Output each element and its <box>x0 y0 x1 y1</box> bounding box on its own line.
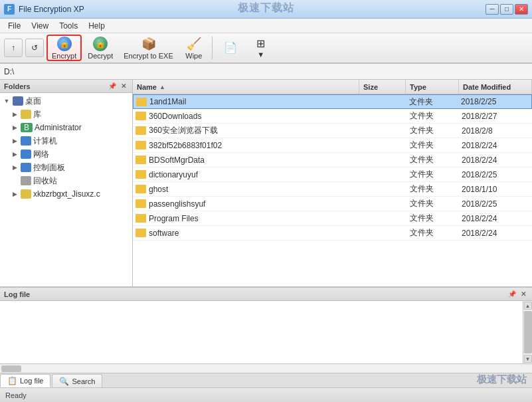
view-icon: 📄 <box>223 41 238 55</box>
address-text: D:\ <box>4 67 14 76</box>
log-scrollbar[interactable]: ▲ ▼ <box>523 301 532 363</box>
tree-item-library[interactable]: ▶ 库 <box>0 108 132 121</box>
folder-desktop-icon <box>13 96 23 106</box>
folder-library-icon <box>21 110 31 119</box>
encrypt-exe-glyph: 📦 <box>141 37 156 51</box>
decrypt-button[interactable]: 🔓 Decrypt <box>83 35 118 61</box>
folder-tree: ▼ 桌面 ▶ 库 ▶ B Administrator ▶ 计算机 ▶ <box>0 93 132 301</box>
file-name-cell: software <box>133 229 359 238</box>
file-row[interactable]: dictionaryuyuf 文件夹 2018/2/25 <box>133 167 532 182</box>
col-header-date[interactable]: Date Modified <box>459 80 532 94</box>
file-type-cell: 文件夹 <box>406 183 459 195</box>
expand-icon: ▶ <box>11 163 19 171</box>
file-name-cell: Program Files <box>133 214 359 223</box>
col-header-type[interactable]: Type <box>406 80 459 94</box>
encrypt-button[interactable]: 🔒 Encrypt <box>46 35 82 61</box>
folder-icon <box>135 185 146 193</box>
file-type-cell: 文件夹 <box>406 110 459 122</box>
col-header-name[interactable]: Name ▲ <box>133 80 359 94</box>
folder-icon <box>135 214 146 223</box>
file-date-cell: 2018/2/8 <box>459 126 532 136</box>
maximize-button[interactable]: □ <box>500 4 513 15</box>
menu-help[interactable]: Help <box>83 20 110 32</box>
file-name-text: Program Files <box>149 214 199 223</box>
file-row[interactable]: 1and1Mail 文件夹 2018/2/25 <box>133 94 532 109</box>
folder-icon <box>135 199 146 208</box>
log-close-button[interactable]: ✕ <box>519 290 528 299</box>
file-name-text: 382bf52b6883f01f02 <box>149 141 222 150</box>
encrypt-label: Encrypt <box>52 52 76 60</box>
grid-button[interactable]: ⊞ ▼ <box>246 35 276 61</box>
tree-item-desktop[interactable]: ▼ 桌面 <box>0 94 132 108</box>
tree-item-xkbz[interactable]: ▶ xkbzrbgxt_Jisuxz.c <box>0 187 132 201</box>
log-title: Log file <box>4 290 30 298</box>
wipe-button[interactable]: 🧹 Wipe <box>179 35 209 61</box>
scroll-down-arrow[interactable]: ▼ <box>524 355 532 363</box>
tree-item-admin[interactable]: ▶ B Administrator <box>0 121 132 134</box>
file-name-cell: 360Downloads <box>133 112 359 121</box>
expand-icon: ▶ <box>11 190 19 198</box>
address-bar: D:\ <box>0 64 532 80</box>
file-name-text: passenglishsyuf <box>149 199 205 209</box>
panel-pin-button[interactable]: 📌 <box>108 82 117 91</box>
log-tab-icon: 📋 <box>7 376 17 385</box>
status-bar: Ready <box>0 387 532 402</box>
file-row[interactable]: passenglishsyuf 文件夹 2018/2/25 <box>133 197 532 211</box>
file-name-text: 360安全浏览器下载 <box>149 125 218 136</box>
file-name-cell: 382bf52b6883f01f02 <box>133 141 359 150</box>
refresh-button[interactable]: ↺ <box>25 39 44 57</box>
view-options-button[interactable]: 📄 <box>216 35 245 61</box>
tree-item-recycle-bin[interactable]: 回收站 <box>0 174 132 187</box>
file-row[interactable]: 360Downloads 文件夹 2018/2/27 <box>133 109 532 124</box>
file-type-cell: 文件夹 <box>406 140 459 151</box>
panel-header-icons: 📌 ✕ <box>108 82 128 91</box>
folder-xkbz-icon <box>21 189 31 199</box>
log-area: Log file 📌 ✕ ▲ ▼ <box>0 286 532 373</box>
file-name-cell: 360安全浏览器下载 <box>133 125 359 136</box>
file-name-cell: dictionaryuyuf <box>133 170 359 179</box>
tab-search[interactable]: 🔍 Search <box>52 374 102 387</box>
file-row[interactable]: 382bf52b6883f01f02 文件夹 2018/2/24 <box>133 138 532 153</box>
menu-file[interactable]: File <box>3 20 26 32</box>
file-row[interactable]: ghost 文件夹 2018/1/10 <box>133 182 532 197</box>
col-name-label: Name <box>137 83 157 91</box>
refresh-icon: ↺ <box>31 43 38 52</box>
log-tab-label: Log file <box>20 377 43 385</box>
folder-panel: Folders 📌 ✕ ▼ 桌面 ▶ 库 ▶ B Administrator <box>0 80 133 310</box>
search-tab-icon: 🔍 <box>59 377 69 386</box>
log-header-icons: 📌 ✕ <box>507 290 528 299</box>
minimize-button[interactable]: ─ <box>486 4 499 15</box>
folder-icon <box>135 141 146 150</box>
app-icon: F <box>4 4 15 15</box>
col-header-size[interactable]: Size <box>359 80 406 94</box>
menu-tools[interactable]: Tools <box>54 20 83 32</box>
file-row[interactable]: software 文件夹 2018/2/24 <box>133 226 532 241</box>
tree-item-network[interactable]: ▶ 网络 <box>0 148 132 161</box>
tree-item-computer[interactable]: ▶ 计算机 <box>0 134 132 148</box>
sort-arrow: ▲ <box>159 84 165 90</box>
close-button[interactable]: ✕ <box>515 4 528 15</box>
up-button[interactable]: ↑ <box>4 39 23 57</box>
folder-icon <box>135 112 146 120</box>
log-hscrollbar[interactable] <box>0 363 532 373</box>
file-type-cell: 文件夹 <box>405 96 458 108</box>
col-size-label: Size <box>363 83 378 91</box>
tab-log[interactable]: 📋 Log file <box>0 374 50 387</box>
encrypt-circle-icon: 🔒 <box>57 37 72 51</box>
file-row[interactable]: 360安全浏览器下载 文件夹 2018/2/8 <box>133 124 532 138</box>
decrypt-icon: 🔓 <box>93 37 108 51</box>
log-pin-button[interactable]: 📌 <box>507 290 517 299</box>
file-name-cell: ghost <box>133 185 359 194</box>
panel-close-button[interactable]: ✕ <box>119 82 128 91</box>
tree-item-control-panel[interactable]: ▶ 控制面板 <box>0 161 132 174</box>
col-date-label: Date Modified <box>463 83 511 91</box>
log-header: Log file 📌 ✕ <box>0 288 532 301</box>
file-row[interactable]: BDSoftMgrData 文件夹 2018/2/24 <box>133 153 532 167</box>
scroll-up-arrow[interactable]: ▲ <box>524 302 532 310</box>
encrypt-exe-button[interactable]: 📦 Encrypt to EXE <box>119 35 178 61</box>
tree-item-label: 网络 <box>33 149 49 160</box>
menu-view[interactable]: View <box>26 20 54 32</box>
menu-bar: File View Tools Help <box>0 19 532 33</box>
folder-control-panel-icon <box>21 163 31 172</box>
file-row[interactable]: Program Files 文件夹 2018/2/24 <box>133 211 532 226</box>
